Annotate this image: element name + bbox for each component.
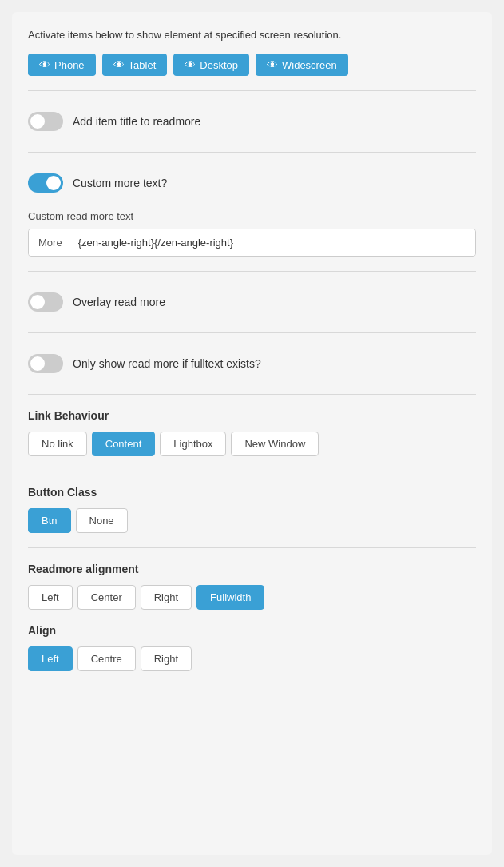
button-class-options: Btn None [28, 508, 476, 533]
toggle-add-title-row: Add item title to readmore [28, 105, 476, 137]
link-option-new-window[interactable]: New Window [231, 432, 319, 456]
input-prefix: More [29, 229, 72, 256]
toggle-overlay[interactable] [28, 292, 63, 312]
phone-button[interactable]: 👁 Phone [28, 54, 96, 76]
custom-read-more-input[interactable] [72, 229, 475, 256]
eye-icon-tablet: 👁 [113, 58, 125, 71]
eye-icon-widescreen: 👁 [267, 58, 278, 71]
link-behaviour-block: Link Behaviour No link Content Lightbox … [28, 409, 476, 456]
toggle-fulltext-row: Only show read more if fulltext exists? [28, 348, 476, 380]
tablet-button[interactable]: 👁 Tablet [102, 54, 168, 76]
align-options: Left Centre Right [28, 646, 476, 671]
divider-4 [28, 332, 476, 333]
link-behaviour-options: No link Content Lightbox New Window [28, 432, 476, 456]
desktop-label: Desktop [200, 59, 238, 71]
readmore-alignment-block: Readmore alignment Left Center Right Ful… [28, 563, 476, 610]
eye-icon-phone: 👁 [39, 58, 50, 71]
align-option-center[interactable]: Center [77, 585, 136, 610]
toggle-custom-text-label: Custom more text? [73, 177, 167, 189]
link-option-content[interactable]: Content [92, 432, 156, 456]
custom-read-more-input-row: More [28, 229, 476, 257]
widescreen-button[interactable]: 👁 Widescreen [256, 54, 348, 76]
divider-6 [28, 471, 476, 471]
link-option-lightbox[interactable]: Lightbox [160, 432, 226, 456]
button-class-label: Button Class [28, 486, 476, 499]
link-option-no-link[interactable]: No link [28, 432, 87, 456]
custom-read-more-block: Custom read more text More [28, 210, 476, 257]
align-option-fullwidth[interactable]: Fullwidth [196, 585, 264, 610]
toggle-fulltext[interactable] [28, 354, 63, 373]
desktop-button[interactable]: 👁 Desktop [173, 54, 249, 76]
align-block: Align Left Centre Right [28, 624, 476, 671]
divider-7 [28, 547, 476, 548]
text-align-right[interactable]: Right [141, 646, 192, 671]
settings-panel: Activate items below to show element at … [12, 12, 492, 855]
link-behaviour-label: Link Behaviour [28, 409, 476, 422]
custom-read-more-label: Custom read more text [28, 210, 476, 222]
divider-3 [28, 271, 476, 272]
text-align-centre[interactable]: Centre [77, 646, 136, 671]
toggle-fulltext-label: Only show read more if fulltext exists? [73, 357, 261, 370]
readmore-alignment-label: Readmore alignment [28, 563, 476, 575]
readmore-alignment-options: Left Center Right Fullwidth [28, 585, 476, 610]
align-label: Align [28, 624, 476, 637]
toggle-custom-text-row: Custom more text? [28, 167, 476, 199]
align-option-right[interactable]: Right [141, 585, 192, 610]
btn-class-btn[interactable]: Btn [28, 508, 71, 533]
toggle-overlay-row: Overlay read more [28, 286, 476, 318]
toggle-overlay-label: Overlay read more [73, 296, 165, 308]
btn-class-none[interactable]: None [76, 508, 128, 533]
text-align-left[interactable]: Left [28, 646, 73, 671]
toggle-add-title-label: Add item title to readmore [73, 115, 200, 128]
align-option-left[interactable]: Left [28, 585, 73, 610]
phone-label: Phone [54, 59, 85, 71]
divider-2 [28, 152, 476, 153]
panel-description: Activate items below to show element at … [28, 28, 476, 42]
widescreen-label: Widescreen [282, 59, 337, 71]
tablet-label: Tablet [129, 59, 157, 71]
divider-1 [28, 90, 476, 91]
eye-icon-desktop: 👁 [185, 58, 196, 71]
toggle-custom-text[interactable] [28, 173, 63, 193]
visibility-button-row: 👁 Phone 👁 Tablet 👁 Desktop 👁 Widescreen [28, 54, 476, 76]
button-class-block: Button Class Btn None [28, 486, 476, 533]
divider-5 [28, 394, 476, 395]
toggle-add-title[interactable] [28, 112, 63, 131]
